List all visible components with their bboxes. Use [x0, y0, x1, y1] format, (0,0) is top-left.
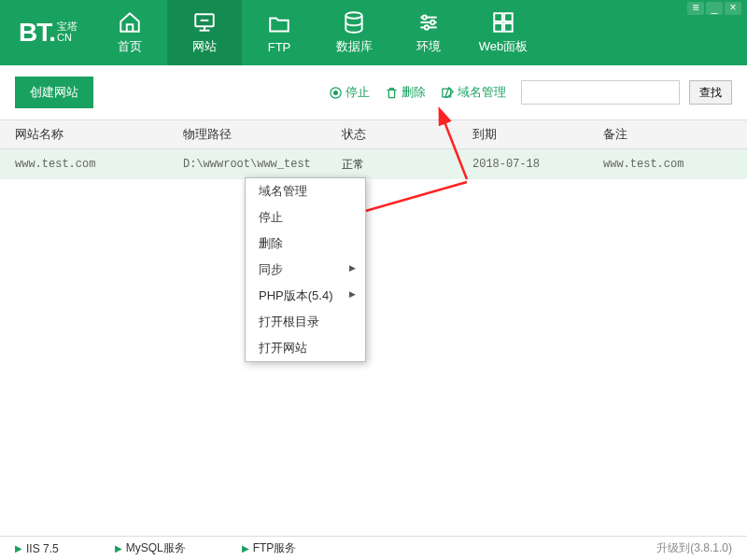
nav-panel[interactable]: Web面板	[466, 0, 541, 65]
ctx-sync[interactable]: 同步▶	[246, 257, 365, 283]
menu-icon[interactable]: ≡	[687, 2, 704, 15]
status-iis[interactable]: ▶IIS 7.5	[15, 542, 59, 555]
chevron-right-icon: ▶	[349, 289, 356, 299]
minimize-button[interactable]: _	[706, 2, 723, 15]
ctx-domain[interactable]: 域名管理	[246, 178, 365, 204]
ctx-php[interactable]: PHP版本(5.4)▶	[246, 283, 365, 309]
status-mysql[interactable]: ▶MySQL服务	[115, 540, 186, 556]
logo-sub: 宝塔 CN	[57, 21, 78, 43]
context-menu: 域名管理 停止 删除 同步▶ PHP版本(5.4)▶ 打开根目录 打开网站	[245, 177, 366, 362]
cell-status: 正常	[327, 157, 458, 173]
delete-action[interactable]: 删除	[385, 84, 426, 101]
svg-point-4	[345, 12, 361, 19]
grid-icon	[491, 10, 515, 35]
chevron-right-icon: ▶	[349, 263, 356, 273]
statusbar: ▶IIS 7.5 ▶MySQL服务 ▶FTP服务 升级到(3.8.1.0)	[0, 536, 747, 560]
home-icon	[118, 10, 142, 35]
play-icon: ▶	[15, 543, 22, 553]
logo-text: BT.	[19, 18, 55, 48]
search-input[interactable]	[521, 80, 680, 105]
close-button[interactable]: ×	[725, 2, 741, 15]
svg-point-16	[334, 91, 338, 94]
col-note[interactable]: 备注	[588, 126, 747, 143]
toolbar: 创建网站 停止 删除 域名管理 查找	[0, 65, 747, 119]
monitor-icon	[192, 10, 217, 35]
window-controls: ≡ _ ×	[687, 2, 741, 15]
cell-path: D:\wwwroot\www_test	[168, 158, 327, 171]
stop-action[interactable]: 停止	[329, 84, 370, 101]
nav-site[interactable]: 网站	[167, 0, 242, 65]
play-icon: ▶	[242, 543, 249, 553]
create-site-button[interactable]: 创建网站	[15, 77, 93, 108]
svg-rect-14	[504, 23, 513, 32]
col-expire[interactable]: 到期	[458, 126, 588, 143]
svg-point-10	[425, 25, 429, 29]
col-name[interactable]: 网站名称	[0, 126, 168, 143]
svg-rect-13	[494, 23, 502, 32]
search-button[interactable]: 查找	[689, 80, 732, 105]
nav: 首页 网站 FTP 数据库 环境 Web面板	[92, 0, 541, 65]
nav-db[interactable]: 数据库	[317, 0, 391, 65]
edit-icon	[441, 86, 455, 100]
trash-icon	[385, 86, 399, 100]
svg-point-8	[423, 15, 427, 19]
stop-icon	[329, 86, 343, 100]
logo: BT. 宝塔 CN	[0, 18, 92, 48]
nav-ftp[interactable]: FTP	[242, 0, 317, 65]
svg-point-9	[430, 21, 434, 24]
cell-expire: 2018-07-18	[458, 158, 588, 171]
col-path[interactable]: 物理路径	[168, 126, 327, 143]
folder-icon	[267, 12, 291, 36]
play-icon: ▶	[115, 543, 122, 553]
upgrade-link[interactable]: 升级到(3.8.1.0)	[656, 540, 732, 556]
nav-home[interactable]: 首页	[92, 0, 167, 65]
col-status[interactable]: 状态	[327, 126, 458, 143]
ctx-delete[interactable]: 删除	[246, 231, 365, 257]
ctx-stop[interactable]: 停止	[246, 204, 365, 231]
cell-note: www.test.com	[588, 158, 747, 171]
svg-rect-12	[504, 13, 513, 21]
ctx-open-root[interactable]: 打开根目录	[246, 309, 365, 335]
table-row[interactable]: www.test.com D:\wwwroot\www_test 正常 2018…	[0, 149, 747, 179]
svg-rect-11	[494, 13, 502, 21]
domain-action[interactable]: 域名管理	[441, 84, 506, 101]
sliders-icon	[416, 10, 441, 35]
table-header: 网站名称 物理路径 状态 到期 备注	[0, 119, 747, 149]
nav-env[interactable]: 环境	[391, 0, 466, 65]
header: BT. 宝塔 CN 首页 网站 FTP 数据库 环境 Web面板	[0, 0, 747, 65]
database-icon	[342, 10, 366, 35]
cell-name: www.test.com	[0, 158, 168, 171]
ctx-open-site[interactable]: 打开网站	[246, 335, 365, 361]
status-ftp[interactable]: ▶FTP服务	[242, 540, 297, 556]
